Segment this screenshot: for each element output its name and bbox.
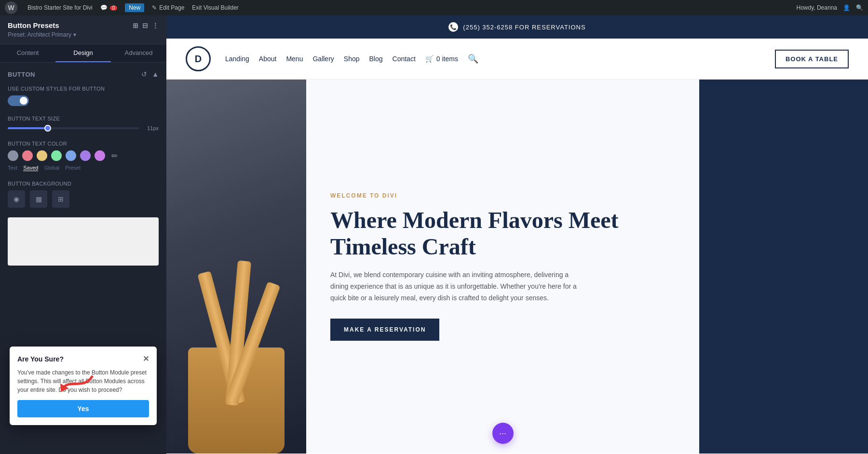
main-area: 📞 (255) 352-6258 FOR RESERVATIONS D Land… [166, 15, 868, 454]
nav-cart[interactable]: 🛒 0 items [425, 55, 458, 63]
bg-gradient-icon[interactable]: ▦ [30, 190, 47, 208]
cart-icon: 🛒 [425, 55, 434, 63]
howdy-text: Howdy, Deanna [797, 4, 838, 11]
text-color-label: Button Text Color [8, 141, 159, 147]
nav-shop[interactable]: Shop [344, 55, 360, 63]
cta-button[interactable]: MAKE A RESERVATION [330, 319, 439, 341]
floating-menu-button[interactable]: ··· [492, 423, 514, 444]
more-icon[interactable]: ⋮ [152, 22, 159, 29]
custom-styles-label: Use Custom Styles For Button [8, 86, 159, 92]
button-section-header: Button ↺ ▲ [8, 70, 159, 78]
color-swatch-pink[interactable] [22, 150, 33, 161]
site-logo[interactable]: D [186, 46, 211, 71]
preset-selector[interactable]: Preset: Architect Primary [8, 31, 71, 38]
nav-menu[interactable]: Menu [286, 55, 303, 63]
cart-count: 0 items [436, 55, 458, 63]
admin-bar: W Bistro Starter Site for Divi 💬 0 New ✎… [0, 0, 868, 15]
howdy-label: Howdy, Deanna [797, 4, 838, 11]
panel-title: Button Presets ⊞ ⊟ ⋮ [8, 21, 159, 29]
bg-image-icon[interactable]: ⊞ [52, 190, 69, 208]
button-preview [8, 217, 159, 266]
text-color-field: Button Text Color ✏ Text Saved Global Pr… [8, 141, 159, 171]
section-controls: ↺ ▲ [141, 70, 159, 78]
color-tab-global[interactable]: Global [44, 165, 59, 171]
tab-advanced[interactable]: Advanced [111, 44, 166, 62]
exit-builder-button[interactable]: Exit Visual Builder [192, 4, 239, 11]
nav-blog[interactable]: Blog [369, 55, 383, 63]
confirm-yes-button[interactable]: Yes [17, 400, 149, 417]
color-tab-text[interactable]: Text [8, 165, 17, 171]
book-table-label: BOOK A TABLE [786, 55, 838, 63]
color-swatch-blue[interactable] [66, 150, 76, 161]
comments-link[interactable]: 💬 0 [100, 4, 118, 11]
bg-color-icon[interactable]: ◉ [8, 190, 25, 208]
chevron-down-icon: ▾ [73, 31, 76, 38]
bg-preview: ◉ ▦ ⊞ [8, 190, 159, 208]
slider-thumb [44, 125, 51, 132]
search-icon[interactable]: 🔍 [468, 53, 478, 64]
tab-content[interactable]: Content [0, 44, 55, 62]
copy-icon[interactable]: ⊞ [133, 22, 138, 29]
admin-bar-right: Howdy, Deanna 👤 🔍 [797, 4, 864, 11]
book-table-button[interactable]: BOOK A TABLE [775, 50, 849, 68]
hero-eyebrow: WELCOME TO DIVI [330, 192, 675, 199]
color-tabs: Text Saved Global Preset [8, 165, 159, 171]
tab-advanced-label: Advanced [125, 49, 153, 56]
cta-label: MAKE A RESERVATION [344, 326, 426, 333]
text-size-value: 11px [144, 125, 159, 131]
search-icon[interactable]: 🔍 [856, 4, 863, 11]
color-swatch-gray[interactable] [8, 150, 18, 161]
section-reset-icon[interactable]: ↺ [141, 70, 147, 78]
button-background-field: Button Background ◉ ▦ ⊞ [8, 181, 159, 208]
color-tab-saved[interactable]: Saved [23, 165, 38, 171]
nav-landing[interactable]: Landing [225, 55, 249, 63]
logo-letter: D [195, 53, 202, 65]
text-size-slider-track[interactable] [8, 127, 139, 129]
color-swatch-violet[interactable] [95, 150, 105, 161]
custom-styles-field: Use Custom Styles For Button [8, 86, 159, 106]
color-swatch-yellow[interactable] [37, 150, 47, 161]
edit-page-label: Edit Page [159, 4, 184, 11]
comment-count: 0 [110, 5, 118, 11]
layout-icon[interactable]: ⊟ [142, 22, 148, 29]
dark-overlay [699, 80, 868, 454]
site-top-bar: 📞 (255) 352-6258 FOR RESERVATIONS [166, 15, 868, 39]
nav-gallery[interactable]: Gallery [312, 55, 334, 63]
wp-logo[interactable]: W [5, 1, 17, 14]
color-swatch-purple[interactable] [80, 150, 91, 161]
hero-description: At Divi, we blend contemporary cuisine w… [330, 269, 581, 304]
color-picker-icon[interactable]: ✏ [109, 150, 120, 161]
user-avatar[interactable]: 👤 [843, 4, 850, 11]
panel-title-text: Button Presets [8, 21, 59, 29]
exit-builder-label: Exit Visual Builder [192, 4, 239, 11]
hero-title: Where Modern Flavors Meet Timeless Craft [330, 207, 675, 260]
hero-image [166, 80, 306, 454]
phone-number: (255) 352-6258 FOR RESERVATIONS [463, 24, 585, 31]
hero-content: WELCOME TO DIVI Where Modern Flavors Mee… [306, 80, 699, 454]
button-section-title: Button [8, 71, 35, 78]
confirm-title-bar: Are You Sure? ✕ [17, 354, 149, 363]
panel-subtitle: Preset: Architect Primary ▾ [8, 31, 159, 38]
color-swatch-green[interactable] [51, 150, 62, 161]
breadstick-bag [188, 347, 285, 454]
site-name[interactable]: Bistro Starter Site for Divi [25, 4, 93, 11]
section-collapse-icon[interactable]: ▲ [152, 70, 159, 78]
panel-header: Button Presets ⊞ ⊟ ⋮ Preset: Architect P… [0, 15, 166, 44]
custom-styles-toggle-row [8, 95, 159, 106]
slider-fill [8, 127, 47, 129]
dots-icon: ··· [499, 428, 506, 439]
new-label: New [129, 4, 140, 11]
new-button[interactable]: New [125, 3, 144, 12]
confirm-title-text: Are You Sure? [17, 355, 64, 363]
edit-page-button[interactable]: ✎ Edit Page [152, 4, 184, 11]
text-size-slider-row: 11px [8, 125, 159, 131]
site-nav: Landing About Menu Gallery Shop Blog Con… [225, 53, 760, 64]
confirm-close-button[interactable]: ✕ [143, 354, 149, 363]
tab-design[interactable]: Design [55, 44, 111, 62]
panel-title-icons: ⊞ ⊟ ⋮ [133, 22, 159, 29]
color-tab-preset[interactable]: Preset [65, 165, 81, 171]
custom-styles-toggle[interactable] [8, 95, 29, 106]
nav-about[interactable]: About [259, 55, 277, 63]
button-background-label: Button Background [8, 181, 159, 187]
nav-contact[interactable]: Contact [393, 55, 416, 63]
